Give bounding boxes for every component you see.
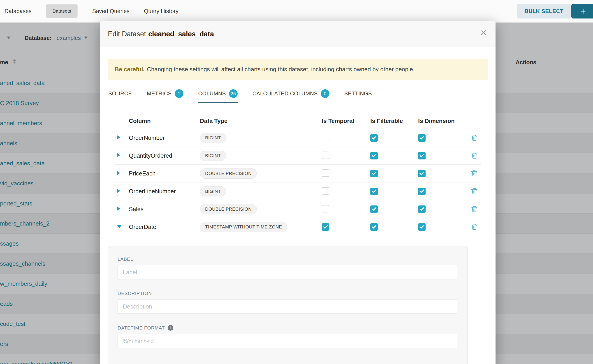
tab-source[interactable]: SOURCE [108,85,132,103]
delete-icon[interactable] [471,223,478,231]
expand-caret-icon[interactable] [117,153,120,157]
column-row: QuantityOrdered BIGINT [114,147,481,165]
top-navigation: Databases Datasets Saved Queries Query H… [0,0,593,23]
bulk-select-button[interactable]: BULK SELECT [517,4,571,19]
columns-table: Column Data Type Is Temporal Is Filterab… [114,113,481,236]
modal-title: Edit Datasetcleaned_sales_data [108,30,214,38]
data-type-pill: DOUBLE PRECISION [200,169,257,179]
is-temporal-checkbox[interactable] [322,187,329,195]
modal-body: Be careful. Changing these settings will… [100,59,495,364]
is-dimension-checkbox[interactable] [418,170,426,177]
header-is-dimension: Is Dimension [418,117,467,124]
tab-label: SOURCE [108,91,132,97]
tab-calculated-columns[interactable]: CALCULATED COLUMNS 0 [252,85,330,103]
tab-label: COLUMNS [198,91,226,97]
datetime-format-section: DATETIME FORMAT i [118,325,457,348]
column-row: OrderDate TIMESTAMP WITHOUT TIME ZONE [114,218,481,236]
is-filterable-checkbox[interactable] [370,188,378,195]
modal-header: Edit Datasetcleaned_sales_data ✕ [100,21,495,47]
column-name: OrderNumber [129,134,200,141]
warning-banner-bold: Be careful. [115,66,145,73]
is-filterable-checkbox[interactable] [370,134,378,142]
is-temporal-checkbox[interactable] [322,134,329,141]
data-type-pill: BIGINT [200,186,226,196]
collapse-caret-icon[interactable] [117,225,122,228]
columns-count-badge: 25 [229,89,237,98]
expand-caret-icon[interactable] [117,171,120,175]
add-dataset-button[interactable]: + [571,4,593,19]
expand-caret-icon[interactable] [117,135,120,140]
is-filterable-checkbox[interactable] [370,170,378,177]
nav-tab-saved-queries[interactable]: Saved Queries [92,8,129,14]
expand-caret-icon[interactable] [117,206,120,211]
column-name: Sales [129,206,200,213]
is-dimension-checkbox[interactable] [418,188,426,195]
is-dimension-checkbox[interactable] [418,205,426,213]
is-dimension-checkbox[interactable] [418,134,426,142]
is-filterable-checkbox[interactable] [370,152,378,159]
tab-label: SETTINGS [344,91,372,97]
tab-settings[interactable]: SETTINGS [344,85,372,103]
column-row: PriceEach DOUBLE PRECISION [114,165,481,182]
warning-banner: Be careful. Changing these settings will… [108,59,488,80]
tab-columns[interactable]: COLUMNS 25 [198,85,238,103]
header-data-type: Data Type [200,117,322,124]
is-temporal-checkbox[interactable] [322,169,329,177]
column-name: PriceEach [129,170,200,177]
is-dimension-checkbox[interactable] [418,223,426,231]
header-is-temporal: Is Temporal [322,117,370,124]
column-name: QuantityOrdered [129,152,200,159]
datetime-format-field-label: DATETIME FORMAT [118,325,165,331]
calculated-columns-count-badge: 0 [321,89,329,98]
expand-caret-icon[interactable] [117,188,120,193]
column-row: Sales DOUBLE PRECISION [114,200,481,218]
modal-tab-bar: SOURCE METRICS 1 COLUMNS 25 CALCULATED C… [108,85,488,103]
data-type-pill: BIGINT [200,133,226,143]
data-type-pill: DOUBLE PRECISION [200,204,257,214]
tab-label: METRICS [147,91,171,97]
description-section: DESCRIPTION [118,291,457,314]
metrics-count-badge: 1 [175,89,184,98]
edit-dataset-modal: Edit Datasetcleaned_sales_data ✕ Be care… [100,21,495,364]
datetime-format-input[interactable] [118,334,457,348]
is-dimension-checkbox[interactable] [418,152,426,159]
is-temporal-checkbox[interactable] [322,205,329,212]
label-field-label: LABEL [118,256,457,262]
column-name: OrderLineNumber [129,188,200,195]
description-field-label: DESCRIPTION [118,291,457,296]
column-row: OrderNumber BIGINT [114,129,481,147]
nav-tab-query-history[interactable]: Query History [144,8,178,14]
delete-icon[interactable] [471,169,478,177]
data-type-pill: TIMESTAMP WITHOUT TIME ZONE [200,222,287,232]
header-column: Column [129,117,200,124]
is-filterable-checkbox[interactable] [370,205,378,213]
is-temporal-checkbox[interactable] [322,223,329,231]
warning-banner-text: Changing these settings will affect all … [147,66,415,73]
header-is-filterable: Is Filterable [370,117,418,124]
delete-icon[interactable] [471,152,478,159]
tab-label: CALCULATED COLUMNS [252,91,318,97]
columns-table-header: Column Data Type Is Temporal Is Filterab… [114,113,481,129]
is-filterable-checkbox[interactable] [370,223,378,231]
is-temporal-checkbox[interactable] [322,152,329,159]
data-type-pill: BIGINT [200,151,226,161]
delete-icon[interactable] [471,205,478,213]
nav-tab-datasets[interactable]: Datasets [46,4,78,18]
info-icon[interactable]: i [168,325,173,331]
close-icon[interactable]: ✕ [480,29,487,37]
nav-tab-databases[interactable]: Databases [5,8,32,14]
label-input[interactable] [118,265,457,280]
column-row: OrderLineNumber BIGINT [114,182,481,200]
label-section: LABEL [118,256,457,280]
column-name: OrderDate [129,223,200,230]
description-input[interactable] [118,299,457,314]
modal-title-dataset-name: cleaned_sales_data [148,30,214,38]
delete-icon[interactable] [471,187,478,195]
modal-title-prefix: Edit Dataset [108,30,146,38]
column-detail-panel: LABEL DESCRIPTION DATETIME FORMAT i [108,246,468,364]
tab-metrics[interactable]: METRICS 1 [146,85,184,103]
delete-icon[interactable] [471,134,478,142]
